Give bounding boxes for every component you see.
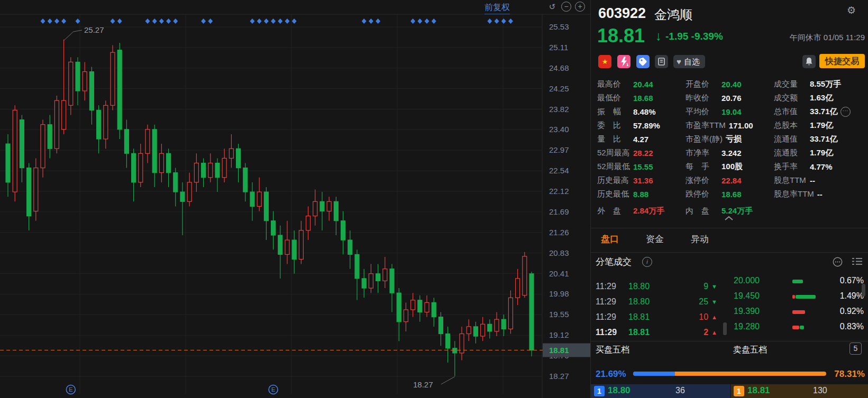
- y-axis-label: 19.98: [549, 289, 569, 298]
- price-volume-row[interactable]: 19.4501.49%: [734, 288, 864, 303]
- event-diamond-icon[interactable]: [432, 18, 436, 24]
- event-diamond-icon[interactable]: [41, 18, 45, 24]
- event-diamond-icon[interactable]: [76, 18, 80, 24]
- candle-body: [369, 274, 373, 288]
- event-diamond-icon[interactable]: [369, 18, 373, 24]
- price-volume-row[interactable]: 20.0000.67%: [734, 273, 864, 288]
- stat-label: 股息率TTM: [774, 189, 814, 199]
- candlestick-chart[interactable]: EE25.5325.1124.6824.2523.8223.4022.9722.…: [0, 0, 590, 398]
- stat-value: 20.76: [721, 94, 742, 103]
- earnings-marker-glyph: E: [271, 386, 275, 393]
- event-diamond-icon[interactable]: [117, 18, 122, 24]
- price-down-arrow-icon: ↓: [655, 29, 662, 43]
- event-diamond-icon[interactable]: [285, 18, 290, 24]
- candle-body: [229, 149, 233, 158]
- ask1-size: 130: [813, 386, 827, 395]
- event-diamond-icon[interactable]: [501, 18, 506, 24]
- stat-value: 2.84万手: [633, 206, 664, 216]
- candle-body: [411, 300, 415, 310]
- event-diamond-icon[interactable]: [61, 18, 66, 24]
- trade-time: 11:29: [596, 312, 628, 322]
- event-diamond-icon[interactable]: [376, 18, 380, 24]
- collapse-chevron-icon[interactable]: [724, 216, 734, 221]
- stat-row: 流通值33.71亿: [774, 132, 851, 146]
- lightning-badge-icon[interactable]: 1: [617, 55, 631, 68]
- settings-gear-icon[interactable]: ⚙: [847, 4, 856, 16]
- watchlist-chip[interactable]: ♥自选: [673, 55, 705, 68]
- trade-direction-icon: ▲: [711, 329, 717, 336]
- event-diamond-icon[interactable]: [159, 18, 164, 24]
- event-diamond-icon[interactable]: [362, 18, 367, 24]
- event-diamond-icon[interactable]: [257, 18, 262, 24]
- scrollbar-thumb[interactable]: [723, 322, 727, 335]
- bid-level1-row[interactable]: 1 18.80 36: [591, 384, 730, 398]
- candle-body: [89, 72, 94, 110]
- quick-trade-button[interactable]: 快捷交易: [819, 54, 865, 68]
- trade-time: 11:29: [596, 297, 628, 307]
- event-diamond-icon[interactable]: [495, 18, 499, 24]
- event-diamond-icon[interactable]: [292, 18, 297, 24]
- event-diamond-icon[interactable]: [111, 18, 115, 24]
- current-price-label: 18.81: [549, 346, 569, 355]
- tag-icon[interactable]: [636, 55, 650, 68]
- more-options-icon[interactable]: [833, 257, 843, 269]
- stat-value: --: [817, 190, 823, 199]
- notes-icon[interactable]: [655, 55, 668, 68]
- list-view-icon[interactable]: [852, 257, 862, 268]
- level-bars: [778, 276, 839, 285]
- candle-body: [117, 50, 122, 129]
- trade-lots: 25: [668, 297, 708, 307]
- ask-percent: 78.31%: [834, 369, 865, 380]
- candle-body: [222, 158, 226, 177]
- event-diamond-icon[interactable]: [48, 18, 52, 24]
- trade-time: 11:29: [596, 328, 628, 337]
- candle-body: [264, 192, 268, 221]
- stat-row: 外 盘2.84万手: [597, 204, 664, 218]
- stat-row: 市净率3.242: [686, 146, 753, 160]
- more-info-icon[interactable]: ···: [840, 107, 851, 117]
- tape-row[interactable]: 11:2918.812▲: [596, 325, 717, 340]
- event-diamond-icon[interactable]: [410, 18, 415, 24]
- event-diamond-icon[interactable]: [417, 18, 422, 24]
- tape-row[interactable]: 11:2918.809▼: [596, 279, 717, 294]
- event-diamond-icon[interactable]: [250, 18, 255, 24]
- event-diamond-icon[interactable]: [425, 18, 430, 24]
- stat-row: 成交量8.55万手: [774, 77, 851, 91]
- price-volume-row[interactable]: 19.2800.83%: [734, 319, 864, 334]
- stat-label: 平均价: [686, 107, 718, 117]
- tab-order-book[interactable]: 盘口: [601, 233, 619, 245]
- event-diamond-icon[interactable]: [487, 18, 492, 24]
- event-diamond-icon[interactable]: [278, 18, 282, 24]
- event-diamond-icon[interactable]: [173, 18, 178, 24]
- candle-body: [446, 334, 450, 348]
- info-icon[interactable]: i: [642, 257, 652, 267]
- event-diamond-icon[interactable]: [152, 18, 157, 24]
- event-diamond-icon[interactable]: [166, 18, 171, 24]
- event-diamond-icon[interactable]: [271, 18, 276, 24]
- tab-funds[interactable]: 资金: [646, 233, 664, 245]
- stat-row: 52周最低15.55: [597, 160, 664, 173]
- event-diamond-icon[interactable]: [264, 18, 269, 24]
- ask-level1-row[interactable]: 1 18.81 130: [731, 384, 868, 398]
- tape-row[interactable]: 11:2918.8110▲: [596, 309, 717, 325]
- alert-bell-icon[interactable]: [802, 55, 816, 68]
- event-diamond-icon[interactable]: [508, 18, 513, 24]
- stat-value: 171.00: [729, 121, 753, 130]
- depth-levels-badge[interactable]: 5: [849, 343, 862, 355]
- tab-movements[interactable]: 异动: [691, 233, 709, 245]
- price-volume-row[interactable]: 19.3900.92%: [734, 303, 864, 319]
- event-diamond-icon[interactable]: [145, 18, 150, 24]
- event-diamond-icon[interactable]: [54, 18, 59, 24]
- y-axis-label: 24.25: [549, 84, 569, 93]
- volume-bar: [792, 280, 803, 283]
- scrollbar-thumb[interactable]: [862, 284, 865, 297]
- stock-code: 603922: [598, 5, 646, 22]
- stat-value: 100股: [721, 162, 743, 172]
- tape-row[interactable]: 11:2918.8025▼: [596, 294, 717, 309]
- event-diamond-icon[interactable]: [208, 18, 213, 24]
- candle-body: [34, 168, 38, 211]
- event-diamond-icon[interactable]: [201, 18, 206, 24]
- candle-body: [453, 348, 457, 353]
- y-axis-label: 22.54: [549, 166, 569, 175]
- stat-label: 涨停价: [686, 175, 718, 186]
